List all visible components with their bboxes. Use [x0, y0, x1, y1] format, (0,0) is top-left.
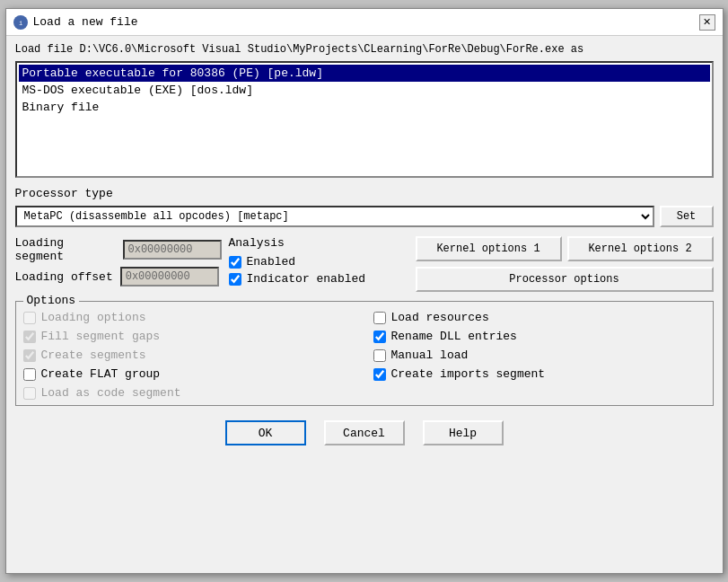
analysis-label: Analysis [229, 236, 408, 250]
load-resources-label: Load resources [391, 311, 489, 324]
segment-fields: Loading segment Loading offset [15, 236, 222, 292]
loading-offset-input[interactable] [120, 267, 219, 287]
rename-dll-entries-label: Rename DLL entries [391, 330, 517, 343]
loading-options-label: Loading options [41, 311, 146, 324]
option-rename-dll-entries: Rename DLL entries [373, 330, 706, 343]
load-file-dialog: i Load a new file ✕ Load file D:\VC6.0\M… [5, 8, 724, 574]
options-grid: Loading options Load resources Fill segm… [23, 311, 706, 400]
dialog-icon: i [13, 15, 28, 30]
loading-options-checkbox[interactable] [23, 312, 36, 324]
manual-load-checkbox[interactable] [373, 349, 386, 362]
analysis-indicator-label: Indicator enabled [247, 272, 366, 286]
bottom-buttons: OK Cancel Help [15, 411, 714, 453]
option-load-resources: Load resources [373, 311, 706, 324]
create-imports-segment-label: Create imports segment [391, 367, 546, 381]
loading-offset-label: Loading offset [15, 270, 113, 284]
loading-segment-label: Loading segment [15, 236, 116, 263]
file-item-dos[interactable]: MS-DOS executable (EXE) [dos.ldw] [19, 82, 710, 99]
load-resources-checkbox[interactable] [373, 312, 386, 324]
option-load-as-code-segment: Load as code segment [23, 386, 355, 400]
analysis-indicator-checkbox[interactable] [229, 273, 241, 286]
processor-row: MetaPC (disassemble all opcodes) [metapc… [15, 206, 714, 227]
help-button[interactable]: Help [423, 420, 504, 445]
load-as-code-segment-label: Load as code segment [41, 386, 181, 400]
cancel-button[interactable]: Cancel [324, 420, 405, 445]
close-button[interactable]: ✕ [699, 14, 715, 31]
option-create-imports-segment: Create imports segment [373, 367, 706, 381]
processor-select[interactable]: MetaPC (disassemble all opcodes) [metapc… [15, 206, 654, 227]
kernel-options-1-button[interactable]: Kernel options 1 [416, 236, 562, 261]
analysis-enabled-label: Enabled [247, 255, 296, 269]
file-item-binary[interactable]: Binary file [19, 99, 710, 116]
dialog-body: Load file D:\VC6.0\Microsoft Visual Stud… [6, 36, 723, 573]
loading-segment-input[interactable] [123, 240, 222, 260]
options-group-label: Options [23, 294, 80, 307]
fill-segment-gaps-checkbox[interactable] [23, 331, 36, 343]
create-flat-group-checkbox[interactable] [23, 368, 36, 381]
analysis-indicator-row: Indicator enabled [229, 272, 408, 286]
ok-button[interactable]: OK [225, 420, 306, 445]
set-button[interactable]: Set [660, 206, 714, 227]
create-flat-group-label: Create FLAT group [41, 367, 161, 381]
create-segments-label: Create segments [41, 348, 146, 362]
option-manual-load: Manual load [373, 348, 706, 362]
svg-text:i: i [18, 20, 22, 27]
option-loading-options: Loading options [23, 311, 355, 324]
analysis-enabled-row: Enabled [229, 255, 408, 269]
fill-segment-gaps-label: Fill segment gaps [41, 330, 161, 343]
kernel-row: Kernel options 1 Kernel options 2 [416, 236, 714, 261]
file-item-pe[interactable]: Portable executable for 80386 (PE) [pe.l… [19, 65, 710, 82]
loading-segment-row: Loading segment [15, 236, 222, 263]
file-list[interactable]: Portable executable for 80386 (PE) [pe.l… [15, 61, 714, 178]
options-group: Options Loading options Load resources F… [15, 301, 714, 406]
filepath-label: Load file D:\VC6.0\Microsoft Visual Stud… [15, 43, 714, 56]
dialog-title: Load a new file [33, 15, 138, 29]
middle-section: Loading segment Loading offset Analysis … [15, 236, 714, 292]
analysis-enabled-checkbox[interactable] [229, 256, 241, 269]
option-fill-segment-gaps: Fill segment gaps [23, 330, 355, 343]
option-create-flat-group: Create FLAT group [23, 367, 355, 381]
kernel-options-2-button[interactable]: Kernel options 2 [567, 236, 714, 261]
load-as-code-segment-checkbox[interactable] [23, 387, 36, 400]
create-imports-segment-checkbox[interactable] [373, 368, 386, 381]
create-segments-checkbox[interactable] [23, 349, 36, 362]
kernel-buttons-section: Kernel options 1 Kernel options 2 Proces… [416, 236, 714, 292]
processor-type-label: Processor type [15, 187, 714, 200]
option-create-segments: Create segments [23, 348, 355, 362]
rename-dll-entries-checkbox[interactable] [373, 331, 386, 343]
manual-load-label: Manual load [391, 348, 469, 362]
processor-options-button[interactable]: Processor options [416, 267, 714, 292]
loading-offset-row: Loading offset [15, 267, 222, 287]
title-bar: i Load a new file ✕ [6, 9, 723, 36]
analysis-section: Analysis Enabled Indicator enabled [229, 236, 408, 292]
